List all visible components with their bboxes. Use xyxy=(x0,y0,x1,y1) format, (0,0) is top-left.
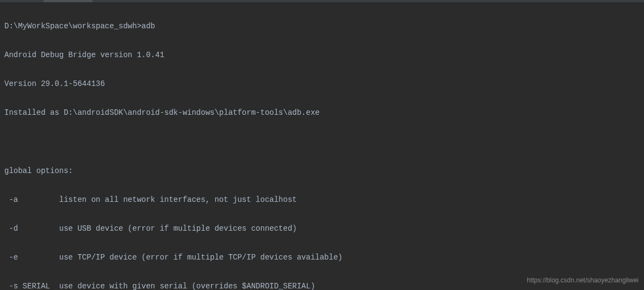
prompt-line: D:\MyWorkSpace\workspace_sdwh>adb xyxy=(4,19,640,34)
editor-tabs-bar xyxy=(0,0,644,2)
header-line: Android Debug Bridge version 1.0.41 xyxy=(4,48,640,63)
header-line: Version 29.0.1-5644136 xyxy=(4,77,640,91)
option-line: -e use TCP/IP device (error if multiple … xyxy=(4,250,640,265)
watermark-text: https://blog.csdn.net/shaoyezhangliwei xyxy=(527,274,639,287)
header-line: Installed as D:\androidSDK\android-sdk-w… xyxy=(4,106,640,120)
option-line: -a listen on all network interfaces, not… xyxy=(4,193,640,207)
terminal-output[interactable]: D:\MyWorkSpace\workspace_sdwh>adb Androi… xyxy=(4,4,640,290)
blank-line xyxy=(4,134,640,149)
section-title: global options: xyxy=(4,164,640,178)
option-line: -d use USB device (error if multiple dev… xyxy=(4,221,640,236)
active-tab-highlight xyxy=(44,0,92,2)
